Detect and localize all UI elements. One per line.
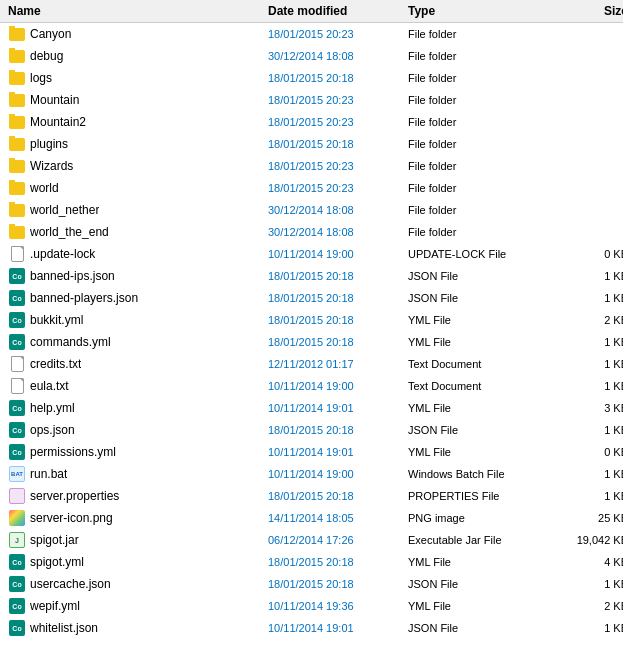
file-name-cell: Copermissions.yml bbox=[8, 444, 268, 460]
file-type: PROPERTIES File bbox=[408, 490, 558, 502]
file-date: 18/01/2015 20:18 bbox=[268, 138, 408, 150]
file-type: Text Document bbox=[408, 358, 558, 370]
table-row[interactable]: Jspigot.jar06/12/2014 17:26Executable Ja… bbox=[0, 529, 623, 551]
table-row[interactable]: Cowepif.yml10/11/2014 19:36YML File2 KB bbox=[0, 595, 623, 617]
file-type: JSON File bbox=[408, 424, 558, 436]
file-date: 18/01/2015 20:18 bbox=[268, 424, 408, 436]
file-name-cell: Canyon bbox=[8, 26, 268, 42]
file-type: File folder bbox=[408, 138, 558, 150]
file-name: server.properties bbox=[30, 489, 119, 503]
table-row[interactable]: Cohelp.yml10/11/2014 19:01YML File3 KB bbox=[0, 397, 623, 419]
table-row[interactable]: BATrun.bat10/11/2014 19:00Windows Batch … bbox=[0, 463, 623, 485]
table-row[interactable]: Mountain18/01/2015 20:23File folder bbox=[0, 89, 623, 111]
file-name-cell: world_nether bbox=[8, 202, 268, 218]
file-size: 4 KB bbox=[558, 556, 623, 568]
file-date: 14/11/2014 18:05 bbox=[268, 512, 408, 524]
table-row[interactable]: Cospigot.yml18/01/2015 20:18YML File4 KB bbox=[0, 551, 623, 573]
table-row[interactable]: Cobanned-players.json18/01/2015 20:18JSO… bbox=[0, 287, 623, 309]
file-size: 19,042 KB bbox=[558, 534, 623, 546]
co-icon: Co bbox=[9, 268, 25, 284]
file-name-cell: Cospigot.yml bbox=[8, 554, 268, 570]
file-list: Name Date modified Type Size Canyon18/01… bbox=[0, 0, 623, 639]
header-date[interactable]: Date modified bbox=[268, 4, 408, 18]
file-name-cell: Mountain2 bbox=[8, 114, 268, 130]
file-type: YML File bbox=[408, 600, 558, 612]
header-size[interactable]: Size bbox=[558, 4, 623, 18]
table-row[interactable]: Cousercache.json18/01/2015 20:18JSON Fil… bbox=[0, 573, 623, 595]
file-type: PNG image bbox=[408, 512, 558, 524]
file-type: UPDATE-LOCK File bbox=[408, 248, 558, 260]
table-row[interactable]: Canyon18/01/2015 20:23File folder bbox=[0, 23, 623, 45]
folder-icon bbox=[9, 94, 25, 107]
file-type: JSON File bbox=[408, 292, 558, 304]
table-row[interactable]: Copermissions.yml10/11/2014 19:01YML Fil… bbox=[0, 441, 623, 463]
file-date: 18/01/2015 20:18 bbox=[268, 578, 408, 590]
file-name-cell: Cobukkit.yml bbox=[8, 312, 268, 328]
file-name-cell: Cousercache.json bbox=[8, 576, 268, 592]
file-date: 06/12/2014 17:26 bbox=[268, 534, 408, 546]
file-name: banned-ips.json bbox=[30, 269, 115, 283]
file-size: 1 KB bbox=[558, 468, 623, 480]
table-row[interactable]: Mountain218/01/2015 20:23File folder bbox=[0, 111, 623, 133]
file-type: File folder bbox=[408, 226, 558, 238]
file-type: JSON File bbox=[408, 578, 558, 590]
file-date: 10/11/2014 19:01 bbox=[268, 446, 408, 458]
file-size: 2 KB bbox=[558, 600, 623, 612]
file-date: 18/01/2015 20:23 bbox=[268, 28, 408, 40]
file-size: 1 KB bbox=[558, 622, 623, 634]
file-name-cell: Cobanned-ips.json bbox=[8, 268, 268, 284]
table-row[interactable]: world_the_end30/12/2014 18:08File folder bbox=[0, 221, 623, 243]
table-row[interactable]: server-icon.png14/11/2014 18:05PNG image… bbox=[0, 507, 623, 529]
file-type: JSON File bbox=[408, 622, 558, 634]
file-name-cell: Wizards bbox=[8, 158, 268, 174]
file-name: spigot.jar bbox=[30, 533, 79, 547]
file-type: File folder bbox=[408, 28, 558, 40]
file-name: .update-lock bbox=[30, 247, 95, 261]
table-row[interactable]: server.properties18/01/2015 20:18PROPERT… bbox=[0, 485, 623, 507]
header-type[interactable]: Type bbox=[408, 4, 558, 18]
file-size: 0 KB bbox=[558, 446, 623, 458]
table-row[interactable]: plugins18/01/2015 20:18File folder bbox=[0, 133, 623, 155]
table-row[interactable]: Coops.json18/01/2015 20:18JSON File1 KB bbox=[0, 419, 623, 441]
table-row[interactable]: eula.txt10/11/2014 19:00Text Document1 K… bbox=[0, 375, 623, 397]
file-name-cell: logs bbox=[8, 70, 268, 86]
file-name: Mountain bbox=[30, 93, 79, 107]
folder-icon bbox=[9, 204, 25, 217]
file-name: spigot.yml bbox=[30, 555, 84, 569]
co-icon: Co bbox=[9, 620, 25, 636]
co-icon: Co bbox=[9, 444, 25, 460]
file-name-cell: Cocommands.yml bbox=[8, 334, 268, 350]
column-headers[interactable]: Name Date modified Type Size bbox=[0, 0, 623, 23]
table-row[interactable]: credits.txt12/11/2012 01:17Text Document… bbox=[0, 353, 623, 375]
table-row[interactable]: debug30/12/2014 18:08File folder bbox=[0, 45, 623, 67]
table-row[interactable]: .update-lock10/11/2014 19:00UPDATE-LOCK … bbox=[0, 243, 623, 265]
table-row[interactable]: Cobanned-ips.json18/01/2015 20:18JSON Fi… bbox=[0, 265, 623, 287]
file-name: debug bbox=[30, 49, 63, 63]
table-row[interactable]: Wizards18/01/2015 20:23File folder bbox=[0, 155, 623, 177]
file-size: 1 KB bbox=[558, 578, 623, 590]
file-name-cell: Jspigot.jar bbox=[8, 532, 268, 548]
table-row[interactable]: logs18/01/2015 20:18File folder bbox=[0, 67, 623, 89]
file-size: 1 KB bbox=[558, 490, 623, 502]
file-name: commands.yml bbox=[30, 335, 111, 349]
file-type: YML File bbox=[408, 402, 558, 414]
table-row[interactable]: world_nether30/12/2014 18:08File folder bbox=[0, 199, 623, 221]
table-row[interactable]: world18/01/2015 20:23File folder bbox=[0, 177, 623, 199]
table-row[interactable]: Cocommands.yml18/01/2015 20:18YML File1 … bbox=[0, 331, 623, 353]
props-icon bbox=[9, 488, 25, 504]
file-icon bbox=[11, 246, 24, 262]
file-name: plugins bbox=[30, 137, 68, 151]
table-row[interactable]: Cobukkit.yml18/01/2015 20:18YML File2 KB bbox=[0, 309, 623, 331]
file-name: Wizards bbox=[30, 159, 73, 173]
folder-icon bbox=[9, 160, 25, 173]
file-name: credits.txt bbox=[30, 357, 81, 371]
table-row[interactable]: Cowhitelist.json10/11/2014 19:01JSON Fil… bbox=[0, 617, 623, 639]
file-name-cell: Cowhitelist.json bbox=[8, 620, 268, 636]
file-name-cell: credits.txt bbox=[8, 356, 268, 372]
file-name: ops.json bbox=[30, 423, 75, 437]
header-name[interactable]: Name bbox=[8, 4, 268, 18]
file-date: 18/01/2015 20:18 bbox=[268, 270, 408, 282]
bat-icon: BAT bbox=[9, 466, 25, 482]
file-name-cell: Mountain bbox=[8, 92, 268, 108]
file-date: 10/11/2014 19:36 bbox=[268, 600, 408, 612]
